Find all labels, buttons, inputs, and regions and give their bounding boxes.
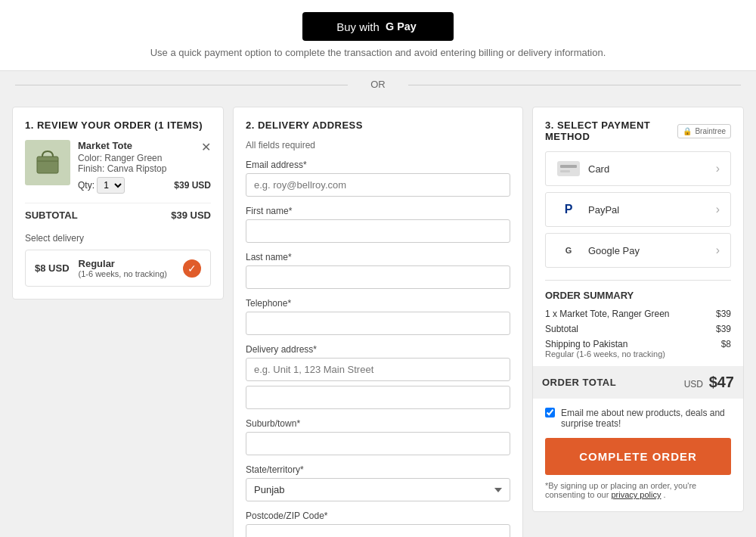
braintree-badge: 🔒 Braintree [677, 124, 731, 138]
payment-card-left: Card [556, 161, 609, 176]
order-total-value: $47 [709, 374, 734, 390]
review-order-title: 1. REVIEW YOUR ORDER (1 ITEMS) [25, 120, 211, 131]
delivery-address-title: 2. DELIVERY ADDRESS [246, 120, 510, 131]
payment-box: 3. SELECT PAYMENT METHOD 🔒 Braintree Car… [532, 107, 744, 512]
card-icon [556, 161, 581, 176]
googlepay-label: Google Pay [588, 245, 640, 256]
items-count: (1 ITEMS) [154, 120, 203, 131]
summary-subtotal-value: $39 [716, 324, 731, 334]
summary-subtotal-row: Subtotal $39 [545, 324, 731, 334]
subtotal-label: SUBTOTAL [25, 210, 78, 221]
gpay-button[interactable]: Buy with G Pay [302, 12, 454, 41]
complete-order-button[interactable]: COMPLETE ORDER [545, 438, 731, 475]
fields-required-note: All fields required [246, 140, 510, 151]
delivery-name: Regular [79, 258, 183, 269]
or-label: OR [370, 79, 386, 90]
delivery-address-box: 2. DELIVERY ADDRESS All fields required … [233, 107, 523, 537]
email-input[interactable] [246, 173, 510, 197]
lastname-group: Last name* [246, 252, 510, 289]
review-order-section: 1. REVIEW YOUR ORDER (1 ITEMS) Market To… [12, 107, 224, 537]
svg-text:G Pay: G Pay [386, 20, 417, 33]
summary-subtotal-label: Subtotal [545, 324, 578, 334]
email-group: Email address* [246, 160, 510, 197]
summary-line-item-row: 1 x Market Tote, Ranger Green $39 [545, 309, 731, 319]
main-content: 1. REVIEW YOUR ORDER (1 ITEMS) Market To… [0, 98, 756, 537]
postcode-group: Postcode/ZIP Code* [246, 511, 510, 537]
card-chevron-icon: › [716, 162, 720, 175]
review-order-title-text: 1. REVIEW YOUR ORDER [25, 120, 151, 131]
payment-option-card[interactable]: Card › [545, 151, 731, 186]
state-label: State/territory* [246, 464, 510, 475]
paypal-icon: P [556, 202, 581, 217]
review-order-box: 1. REVIEW YOUR ORDER (1 ITEMS) Market To… [12, 107, 224, 300]
payment-section: 3. SELECT PAYMENT METHOD 🔒 Braintree Car… [532, 107, 744, 537]
select-delivery-label: Select delivery [25, 233, 211, 244]
lastname-label: Last name* [246, 252, 510, 262]
delivery-details: Regular (1-6 weeks, no tracking) [79, 258, 183, 278]
suburb-input[interactable] [246, 432, 510, 455]
state-select[interactable]: Punjab Sindh KPK Balochistan [246, 478, 510, 501]
telephone-label: Telephone* [246, 298, 510, 309]
shipping-label: Shipping to Pakistan [545, 339, 665, 349]
order-summary-title: ORDER SUMMARY [545, 290, 731, 301]
delivery-selected-icon: ✓ [183, 259, 201, 278]
item-price: $39 USD [174, 180, 211, 191]
email-label: Email address* [246, 160, 510, 170]
remove-item-button[interactable]: ✕ [201, 140, 211, 154]
privacy-note: *By signing up or placing an order, you'… [545, 481, 731, 499]
svg-rect-1 [37, 157, 58, 173]
line-item-label: 1 x Market Tote, Ranger Green [545, 309, 670, 319]
gpay-logo-icon: G Pay [386, 20, 420, 33]
subtotal-value: $39 USD [171, 210, 211, 221]
item-details: Market Tote Color: Ranger Green Finish: … [78, 140, 211, 194]
privacy-policy-link[interactable]: privacy policy [611, 490, 661, 499]
order-total-price-group: USD $47 [684, 374, 734, 391]
quick-payment-note: Use a quick payment option to complete t… [150, 47, 606, 58]
summary-shipping-row: Shipping to Pakistan Regular (1-6 weeks,… [545, 339, 731, 359]
item-finish: Finish: Canva Ripstop [78, 163, 211, 174]
delivery-address-section: 2. DELIVERY ADDRESS All fields required … [233, 107, 523, 537]
email-checkbox-row: Email me about new products, deals and s… [545, 408, 731, 429]
item-qty-row: Qty: 1 2 3 $39 USD [78, 177, 211, 194]
payment-googlepay-left: G Google Pay [556, 243, 640, 258]
delivery-address-label: Delivery address* [246, 344, 510, 355]
payment-option-googlepay[interactable]: G Google Pay › [545, 233, 731, 268]
order-total-row: ORDER TOTAL USD $47 [533, 366, 743, 399]
payment-option-paypal[interactable]: P PayPal › [545, 192, 731, 227]
postcode-label: Postcode/ZIP Code* [246, 511, 510, 521]
item-image [25, 140, 70, 185]
delivery-address-input-1[interactable] [246, 358, 510, 381]
firstname-input[interactable] [246, 219, 510, 243]
googlepay-chevron-icon: › [716, 244, 720, 257]
card-label: Card [588, 163, 609, 175]
order-total-label: ORDER TOTAL [542, 377, 616, 388]
delivery-option[interactable]: $8 USD Regular (1-6 weeks, no tracking) … [25, 250, 211, 287]
or-divider: OR [0, 71, 756, 98]
email-checkbox[interactable] [545, 408, 555, 417]
delivery-address-input-2[interactable] [246, 386, 510, 409]
delivery-description: (1-6 weeks, no tracking) [79, 269, 183, 278]
payment-header: 3. SELECT PAYMENT METHOD 🔒 Braintree [545, 120, 731, 142]
suburb-label: Suburb/town* [246, 418, 510, 429]
paypal-label: PayPal [588, 204, 619, 216]
telephone-input[interactable] [246, 312, 510, 335]
order-summary: ORDER SUMMARY 1 x Market Tote, Ranger Gr… [545, 280, 731, 359]
paypal-chevron-icon: › [716, 203, 720, 216]
googlepay-icon: G [556, 243, 581, 258]
subtotal-row: SUBTOTAL $39 USD [25, 203, 211, 227]
item-color: Color: Ranger Green [78, 153, 211, 163]
order-total-currency: USD [684, 379, 703, 390]
postcode-input[interactable] [246, 524, 510, 537]
gpay-buy-with-label: Buy with [336, 20, 380, 33]
qty-select[interactable]: 1 2 3 [97, 177, 125, 194]
tote-bag-icon [31, 146, 64, 179]
lock-icon: 🔒 [683, 127, 692, 135]
delivery-cost: $8 USD [35, 262, 70, 274]
delivery-address-group: Delivery address* [246, 344, 510, 409]
payment-title: 3. SELECT PAYMENT METHOD [545, 120, 677, 142]
braintree-label: Braintree [695, 127, 726, 135]
suburb-group: Suburb/town* [246, 418, 510, 455]
email-checkbox-label: Email me about new products, deals and s… [561, 408, 731, 429]
state-group: State/territory* Punjab Sindh KPK Baloch… [246, 464, 510, 501]
lastname-input[interactable] [246, 265, 510, 289]
